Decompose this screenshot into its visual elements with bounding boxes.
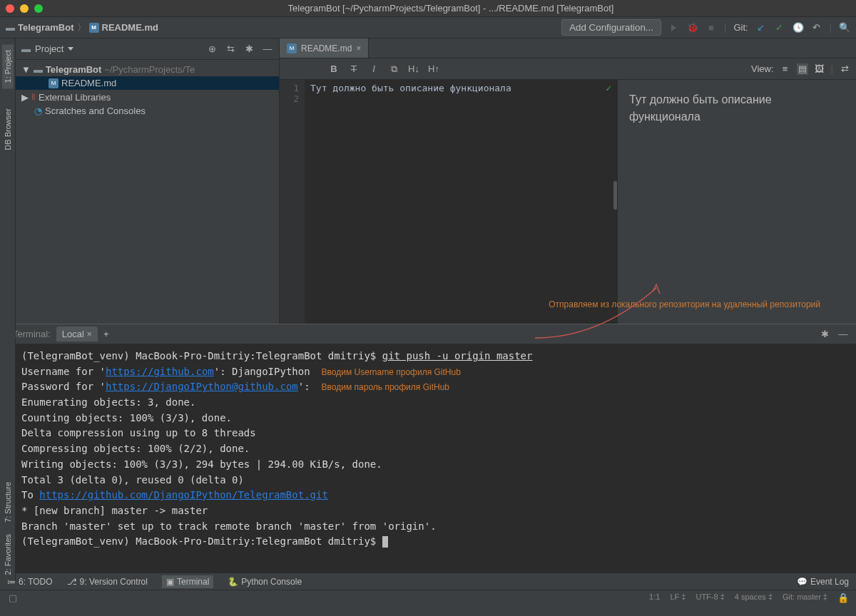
status-bar: ▢ 1:1 LF ‡ UTF-8 ‡ 4 spaces ‡ Git: maste… (0, 590, 856, 605)
view-label: View: (751, 63, 774, 74)
settings-icon[interactable]: ✱ (243, 43, 255, 55)
heading-down-icon[interactable]: H↓ (408, 63, 419, 75)
project-panel: ▬ Project ⊕ ⇆ ✱ — ▼ ▬ TelegramBot ~/Pych… (16, 38, 280, 324)
editor-gutter: 1 2 (280, 80, 305, 324)
add-configuration-button[interactable]: Add Configuration... (561, 19, 661, 36)
main-area: 1: Project DB Browser ▬ Project ⊕ ⇆ ✱ — … (0, 38, 856, 324)
rail-python-console[interactable]: 🐍 Python Console (228, 577, 302, 587)
markdown-icon: M (287, 43, 297, 53)
folder-icon: ▬ (34, 64, 43, 75)
select-opened-icon[interactable]: ⊕ (206, 43, 218, 55)
stop-icon[interactable]: ■ (705, 22, 717, 34)
close-window-button[interactable] (6, 4, 14, 13)
expand-all-icon[interactable]: ⇆ (225, 43, 236, 55)
annotation-text: Отправляем из локального репозитория на … (549, 299, 820, 309)
status-git-branch[interactable]: Git: master ‡ (783, 592, 827, 604)
run-icon[interactable] (668, 22, 680, 34)
bold-icon[interactable]: B (328, 63, 340, 75)
breadcrumb-root[interactable]: ▬ TelegramBot (6, 22, 74, 33)
tree-scratches[interactable]: ◔ Scratches and Consoles (16, 104, 279, 118)
close-tab-icon[interactable]: × (356, 43, 361, 53)
code-icon[interactable]: ⧉ (388, 63, 399, 75)
navigation-bar: ▬ TelegramBot 〉 M README.md Add Configur… (0, 17, 856, 38)
terminal-panel: Terminal: Local × + ✱ — (TelegramBot_ven… (0, 324, 856, 573)
tree-file-readme[interactable]: M README.md (16, 76, 279, 90)
window-title: TelegramBot [~/PycharmProjects/TelegramB… (51, 3, 850, 14)
project-tree: ▼ ▬ TelegramBot ~/PycharmProjects/Te M R… (16, 60, 279, 120)
debug-icon[interactable]: 🐞 (687, 22, 698, 34)
view-editor-icon[interactable]: ≡ (780, 63, 791, 75)
tab-readme[interactable]: M README.md × (280, 38, 369, 58)
hide-panel-icon[interactable]: — (262, 43, 273, 55)
inspection-ok-icon: ✓ (606, 83, 611, 93)
split-handle[interactable] (613, 181, 617, 210)
view-split-icon[interactable]: ▤ (797, 63, 808, 75)
view-preview-icon[interactable]: 🖼 (814, 63, 825, 75)
rail-project[interactable]: 1: Project (2, 44, 14, 88)
terminal-cursor (382, 536, 388, 548)
italic-icon[interactable]: I (368, 63, 379, 75)
heading-up-icon[interactable]: H↑ (428, 63, 439, 75)
window-titlebar: TelegramBot [~/PycharmProjects/TelegramB… (0, 0, 856, 17)
search-icon[interactable]: 🔍 (839, 22, 850, 34)
status-encoding[interactable]: UTF-8 ‡ (696, 592, 724, 604)
git-label: Git: (733, 22, 748, 33)
tree-external-libs[interactable]: ▶ ⫴ External Libraries (16, 90, 279, 104)
libs-icon: ⫴ (31, 91, 36, 103)
rail-db-browser[interactable]: DB Browser (2, 103, 14, 156)
markdown-toolbar: B T̶ I ⧉ H↓ H↑ View: ≡ ▤ 🖼 | ⇄ (280, 58, 856, 80)
new-terminal-tab[interactable]: + (98, 327, 115, 342)
editor-tabs: M README.md × (280, 38, 856, 58)
project-dropdown-icon[interactable] (68, 47, 73, 51)
close-terminal-tab[interactable]: × (86, 329, 92, 339)
status-windows-icon[interactable]: ▢ (7, 592, 19, 604)
breadcrumb-separator: 〉 (77, 21, 86, 34)
status-line-ending[interactable]: LF ‡ (670, 592, 686, 604)
scratches-icon: ◔ (34, 106, 42, 116)
minimize-window-button[interactable] (20, 4, 29, 13)
rail-terminal[interactable]: ▣ Terminal (162, 575, 213, 588)
git-commit-icon[interactable]: ✓ (774, 22, 785, 34)
status-indent[interactable]: 4 spaces ‡ (735, 592, 773, 604)
editor-source[interactable]: 1 2 Тут должно быть описание функционала… (280, 80, 617, 324)
git-history-icon[interactable]: 🕓 (793, 22, 804, 34)
rail-vcs[interactable]: ⎇ 9: Version Control (67, 577, 148, 587)
status-caret-pos[interactable]: 1:1 (649, 592, 660, 604)
terminal-tab-local[interactable]: Local × (56, 327, 98, 342)
editor-area: M README.md × B T̶ I ⧉ H↓ H↑ View: ≡ ▤ 🖼… (280, 38, 856, 324)
editor-preview: Тут должно быть описание функционала (617, 80, 856, 324)
markdown-icon: M (89, 23, 99, 33)
project-icon: ▬ (21, 43, 31, 54)
status-lock-icon[interactable]: 🔒 (837, 592, 849, 604)
bottom-tool-rail: ≔ 6: TODO ⎇ 9: Version Control ▣ Termina… (0, 573, 856, 590)
terminal-settings-icon[interactable]: ✱ (819, 329, 830, 340)
folder-icon: ▬ (6, 22, 15, 33)
project-label[interactable]: Project (35, 43, 63, 54)
git-update-icon[interactable]: ↙ (755, 22, 767, 34)
strikethrough-icon[interactable]: T̶ (348, 63, 360, 75)
terminal-output[interactable]: (TelegramBot_venv) MacBook-Pro-Dmitriy:T… (0, 344, 856, 573)
rail-event-log[interactable]: 💬 Event Log (797, 577, 849, 587)
terminal-hide-icon[interactable]: — (837, 329, 849, 340)
git-revert-icon[interactable]: ↶ (811, 22, 822, 34)
left-tool-rail: 1: Project DB Browser (0, 38, 16, 324)
view-swap-icon[interactable]: ⇄ (839, 63, 850, 75)
breadcrumb-file[interactable]: M README.md (89, 22, 158, 33)
markdown-icon: M (49, 78, 58, 88)
tree-root[interactable]: ▼ ▬ TelegramBot ~/PycharmProjects/Te (16, 63, 279, 76)
zoom-window-button[interactable] (34, 4, 43, 13)
